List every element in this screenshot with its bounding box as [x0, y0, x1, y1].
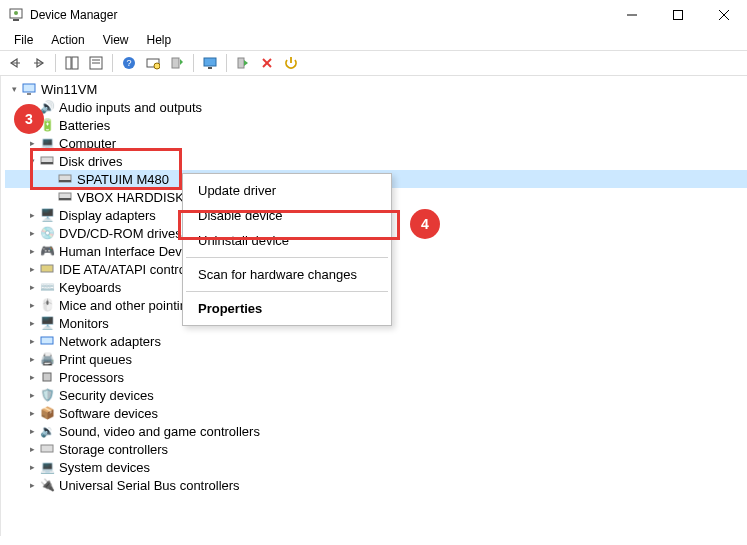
software-icon: 📦 — [39, 405, 55, 421]
svg-rect-10 — [72, 57, 78, 69]
svg-rect-31 — [59, 198, 71, 200]
titlebar: Device Manager — [0, 0, 747, 30]
chevron-right-icon[interactable]: ▸ — [25, 480, 39, 490]
annotation-badge-4: 4 — [410, 209, 440, 239]
scan-hardware-icon[interactable] — [142, 52, 164, 74]
disk-icon — [39, 153, 55, 169]
context-uninstall-device[interactable]: Uninstall device — [184, 228, 390, 253]
chevron-right-icon[interactable]: ▸ — [25, 426, 39, 436]
svg-rect-24 — [23, 84, 35, 92]
chevron-right-icon[interactable]: ▸ — [25, 282, 39, 292]
menu-help[interactable]: Help — [139, 31, 180, 49]
root-node[interactable]: ▾ Win11VM — [5, 80, 747, 98]
context-update-driver[interactable]: Update driver — [184, 178, 390, 203]
chevron-right-icon[interactable]: ▸ — [25, 246, 39, 256]
svg-rect-19 — [204, 58, 216, 66]
context-separator — [186, 291, 388, 292]
chevron-right-icon[interactable]: ▸ — [25, 210, 39, 220]
menu-view[interactable]: View — [95, 31, 137, 49]
chevron-down-icon[interactable]: ▾ — [7, 84, 21, 94]
category-computer[interactable]: ▸💻Computer — [5, 134, 747, 152]
menu-file[interactable]: File — [6, 31, 41, 49]
svg-text:?: ? — [126, 58, 131, 68]
svg-rect-18 — [172, 58, 179, 68]
category-security[interactable]: ▸🛡️Security devices — [5, 386, 747, 404]
menu-action[interactable]: Action — [43, 31, 92, 49]
category-software[interactable]: ▸📦Software devices — [5, 404, 747, 422]
monitor-icon: 🖥️ — [39, 315, 55, 331]
chevron-right-icon[interactable]: ▸ — [25, 408, 39, 418]
window-title: Device Manager — [30, 8, 117, 22]
toolbar-separator — [226, 54, 227, 72]
svg-rect-20 — [208, 67, 212, 69]
disk-icon — [57, 189, 73, 205]
svg-rect-4 — [674, 11, 683, 20]
mouse-icon: 🖱️ — [39, 297, 55, 313]
chevron-right-icon[interactable]: ▸ — [25, 336, 39, 346]
category-audio[interactable]: ▸🔊Audio inputs and outputs — [5, 98, 747, 116]
toolbar-separator — [193, 54, 194, 72]
minimize-button[interactable] — [609, 0, 655, 30]
storage-icon — [39, 441, 55, 457]
context-properties[interactable]: Properties — [184, 296, 390, 321]
chevron-right-icon[interactable]: ▸ — [25, 228, 39, 238]
svg-rect-25 — [27, 93, 31, 95]
enable-device-icon[interactable] — [232, 52, 254, 74]
toolbar-separator — [112, 54, 113, 72]
category-print-queues[interactable]: ▸🖨️Print queues — [5, 350, 747, 368]
svg-rect-1 — [13, 19, 19, 21]
svg-point-17 — [154, 63, 160, 69]
maximize-button[interactable] — [655, 0, 701, 30]
update-driver-icon[interactable] — [166, 52, 188, 74]
context-scan-hardware[interactable]: Scan for hardware changes — [184, 262, 390, 287]
chevron-right-icon[interactable]: ▸ — [25, 318, 39, 328]
chevron-down-icon[interactable]: ▾ — [25, 156, 39, 166]
ide-icon — [39, 261, 55, 277]
help-icon[interactable]: ? — [118, 52, 140, 74]
computer-icon: 💻 — [39, 135, 55, 151]
back-button-icon[interactable] — [4, 52, 26, 74]
keyboard-icon: ⌨️ — [39, 279, 55, 295]
svg-rect-27 — [41, 162, 53, 164]
chevron-right-icon[interactable]: ▸ — [25, 300, 39, 310]
show-hide-tree-icon[interactable] — [61, 52, 83, 74]
cpu-icon — [39, 369, 55, 385]
context-menu: Update driver Disable device Uninstall d… — [182, 173, 392, 326]
toolbar-separator — [55, 54, 56, 72]
toolbar: ? — [0, 50, 747, 76]
shield-icon: 🛡️ — [39, 387, 55, 403]
chevron-right-icon[interactable]: ▸ — [25, 354, 39, 364]
root-label: Win11VM — [41, 82, 97, 97]
category-sound[interactable]: ▸🔉Sound, video and game controllers — [5, 422, 747, 440]
category-disk-drives[interactable]: ▾Disk drives — [5, 152, 747, 170]
forward-button-icon[interactable] — [28, 52, 50, 74]
chevron-right-icon[interactable]: ▸ — [25, 264, 39, 274]
category-processors[interactable]: ▸Processors — [5, 368, 747, 386]
disable-device-icon[interactable] — [280, 52, 302, 74]
printer-icon: 🖨️ — [39, 351, 55, 367]
menubar: File Action View Help — [0, 30, 747, 50]
chevron-right-icon[interactable]: ▸ — [25, 390, 39, 400]
chevron-right-icon[interactable]: ▸ — [25, 372, 39, 382]
category-batteries[interactable]: ▸🔋Batteries — [5, 116, 747, 134]
category-storage[interactable]: ▸Storage controllers — [5, 440, 747, 458]
system-icon: 💻 — [39, 459, 55, 475]
chevron-right-icon[interactable]: ▸ — [25, 138, 39, 148]
disk-icon — [57, 171, 73, 187]
category-usb[interactable]: ▸🔌Universal Serial Bus controllers — [5, 476, 747, 494]
uninstall-device-icon[interactable] — [256, 52, 278, 74]
window-controls — [609, 0, 747, 30]
computer-monitor-icon[interactable] — [199, 52, 221, 74]
svg-rect-21 — [238, 58, 244, 68]
context-disable-device[interactable]: Disable device — [184, 203, 390, 228]
category-system[interactable]: ▸💻System devices — [5, 458, 747, 476]
category-network[interactable]: ▸Network adapters — [5, 332, 747, 350]
hid-icon: 🎮 — [39, 243, 55, 259]
svg-point-2 — [14, 11, 18, 15]
sound-icon: 🔉 — [39, 423, 55, 439]
svg-rect-29 — [59, 180, 71, 182]
chevron-right-icon[interactable]: ▸ — [25, 444, 39, 454]
close-button[interactable] — [701, 0, 747, 30]
properties-icon[interactable] — [85, 52, 107, 74]
chevron-right-icon[interactable]: ▸ — [25, 462, 39, 472]
